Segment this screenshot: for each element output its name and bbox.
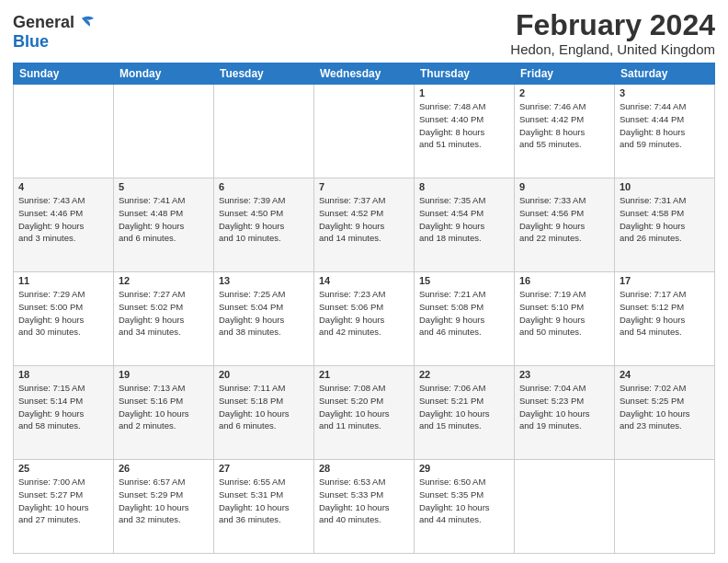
calendar-cell: 4Sunrise: 7:43 AM Sunset: 4:46 PM Daylig… (14, 178, 114, 272)
calendar-cell: 22Sunrise: 7:06 AM Sunset: 5:21 PM Dayli… (415, 366, 515, 460)
day-number: 18 (18, 369, 108, 380)
day-info: Sunrise: 7:39 AM Sunset: 4:50 PM Dayligh… (219, 194, 309, 245)
calendar-cell: 3Sunrise: 7:44 AM Sunset: 4:44 PM Daylig… (615, 85, 715, 178)
calendar-header-wednesday: Wednesday (314, 63, 415, 85)
day-info: Sunrise: 7:00 AM Sunset: 5:27 PM Dayligh… (18, 476, 108, 526)
day-info: Sunrise: 7:02 AM Sunset: 5:25 PM Dayligh… (620, 382, 710, 432)
calendar-header-saturday: Saturday (615, 63, 715, 85)
day-info: Sunrise: 7:15 AM Sunset: 5:14 PM Dayligh… (18, 382, 108, 432)
day-number: 21 (319, 369, 409, 380)
calendar-cell: 16Sunrise: 7:19 AM Sunset: 5:10 PM Dayli… (515, 272, 615, 366)
calendar-cell: 27Sunrise: 6:55 AM Sunset: 5:31 PM Dayli… (214, 460, 314, 554)
day-number: 3 (620, 87, 710, 98)
calendar-cell: 21Sunrise: 7:08 AM Sunset: 5:20 PM Dayli… (314, 366, 415, 460)
logo-blue: Blue (13, 32, 49, 51)
day-number: 11 (18, 275, 108, 286)
calendar-cell (14, 85, 114, 178)
header: General Blue February 2024 Hedon, Englan… (13, 9, 715, 57)
day-info: Sunrise: 7:11 AM Sunset: 5:18 PM Dayligh… (219, 382, 309, 432)
day-number: 2 (519, 87, 609, 98)
day-info: Sunrise: 6:53 AM Sunset: 5:33 PM Dayligh… (319, 476, 409, 526)
page: General Blue February 2024 Hedon, Englan… (0, 0, 728, 563)
calendar-cell: 15Sunrise: 7:21 AM Sunset: 5:08 PM Dayli… (415, 272, 515, 366)
day-number: 13 (219, 275, 309, 286)
calendar-cell: 25Sunrise: 7:00 AM Sunset: 5:27 PM Dayli… (14, 460, 114, 554)
day-info: Sunrise: 7:44 AM Sunset: 4:44 PM Dayligh… (620, 100, 710, 151)
day-info: Sunrise: 7:25 AM Sunset: 5:04 PM Dayligh… (219, 288, 309, 339)
calendar-header-friday: Friday (515, 63, 615, 85)
calendar-table: SundayMondayTuesdayWednesdayThursdayFrid… (13, 63, 715, 554)
day-number: 4 (18, 181, 108, 192)
day-info: Sunrise: 7:43 AM Sunset: 4:46 PM Dayligh… (18, 194, 108, 245)
day-number: 26 (119, 463, 209, 474)
day-number: 28 (319, 463, 409, 474)
day-info: Sunrise: 6:55 AM Sunset: 5:31 PM Dayligh… (219, 476, 309, 526)
calendar-cell: 23Sunrise: 7:04 AM Sunset: 5:23 PM Dayli… (515, 366, 615, 460)
day-number: 8 (419, 181, 509, 192)
day-number: 23 (519, 369, 609, 380)
calendar-cell: 28Sunrise: 6:53 AM Sunset: 5:33 PM Dayli… (314, 460, 415, 554)
day-info: Sunrise: 7:21 AM Sunset: 5:08 PM Dayligh… (419, 288, 509, 339)
day-number: 5 (119, 181, 209, 192)
calendar-cell: 17Sunrise: 7:17 AM Sunset: 5:12 PM Dayli… (615, 272, 715, 366)
day-number: 14 (319, 275, 409, 286)
day-info: Sunrise: 7:37 AM Sunset: 4:52 PM Dayligh… (319, 194, 409, 245)
day-number: 20 (219, 369, 309, 380)
title-block: February 2024 Hedon, England, United Kin… (510, 9, 715, 57)
calendar-cell (515, 460, 615, 554)
day-number: 17 (620, 275, 710, 286)
day-info: Sunrise: 6:57 AM Sunset: 5:29 PM Dayligh… (119, 476, 209, 526)
day-info: Sunrise: 7:48 AM Sunset: 4:40 PM Dayligh… (419, 100, 509, 151)
calendar-cell: 20Sunrise: 7:11 AM Sunset: 5:18 PM Dayli… (214, 366, 314, 460)
day-info: Sunrise: 6:50 AM Sunset: 5:35 PM Dayligh… (419, 476, 509, 526)
day-number: 12 (119, 275, 209, 286)
calendar-cell: 8Sunrise: 7:35 AM Sunset: 4:54 PM Daylig… (415, 178, 515, 272)
day-info: Sunrise: 7:06 AM Sunset: 5:21 PM Dayligh… (419, 382, 509, 432)
calendar-cell: 9Sunrise: 7:33 AM Sunset: 4:56 PM Daylig… (515, 178, 615, 272)
calendar-header-thursday: Thursday (415, 63, 515, 85)
calendar-cell: 6Sunrise: 7:39 AM Sunset: 4:50 PM Daylig… (214, 178, 314, 272)
day-number: 6 (219, 181, 309, 192)
day-number: 7 (319, 181, 409, 192)
day-info: Sunrise: 7:19 AM Sunset: 5:10 PM Dayligh… (519, 288, 609, 339)
day-number: 25 (18, 463, 108, 474)
day-number: 22 (419, 369, 509, 380)
day-number: 9 (519, 181, 609, 192)
calendar-week-4: 18Sunrise: 7:15 AM Sunset: 5:14 PM Dayli… (14, 366, 715, 460)
main-title: February 2024 (510, 9, 715, 41)
calendar-cell (314, 85, 415, 178)
day-info: Sunrise: 7:23 AM Sunset: 5:06 PM Dayligh… (319, 288, 409, 339)
calendar-cell: 18Sunrise: 7:15 AM Sunset: 5:14 PM Dayli… (14, 366, 114, 460)
day-info: Sunrise: 7:17 AM Sunset: 5:12 PM Dayligh… (620, 288, 710, 339)
calendar-cell: 12Sunrise: 7:27 AM Sunset: 5:02 PM Dayli… (114, 272, 214, 366)
day-number: 1 (419, 87, 509, 98)
day-info: Sunrise: 7:41 AM Sunset: 4:48 PM Dayligh… (119, 194, 209, 245)
calendar-cell (214, 85, 314, 178)
calendar-header-tuesday: Tuesday (214, 63, 314, 85)
day-number: 16 (519, 275, 609, 286)
calendar-header-row: SundayMondayTuesdayWednesdayThursdayFrid… (14, 63, 715, 85)
calendar-cell: 1Sunrise: 7:48 AM Sunset: 4:40 PM Daylig… (415, 85, 515, 178)
day-number: 10 (620, 181, 710, 192)
logo-bird-icon (76, 13, 97, 33)
day-number: 15 (419, 275, 509, 286)
day-info: Sunrise: 7:33 AM Sunset: 4:56 PM Dayligh… (519, 194, 609, 245)
calendar-week-1: 1Sunrise: 7:48 AM Sunset: 4:40 PM Daylig… (14, 85, 715, 178)
day-info: Sunrise: 7:08 AM Sunset: 5:20 PM Dayligh… (319, 382, 409, 432)
calendar-week-5: 25Sunrise: 7:00 AM Sunset: 5:27 PM Dayli… (14, 460, 715, 554)
calendar-cell: 5Sunrise: 7:41 AM Sunset: 4:48 PM Daylig… (114, 178, 214, 272)
calendar-cell: 2Sunrise: 7:46 AM Sunset: 4:42 PM Daylig… (515, 85, 615, 178)
calendar-cell: 10Sunrise: 7:31 AM Sunset: 4:58 PM Dayli… (615, 178, 715, 272)
calendar-cell: 14Sunrise: 7:23 AM Sunset: 5:06 PM Dayli… (314, 272, 415, 366)
day-info: Sunrise: 7:31 AM Sunset: 4:58 PM Dayligh… (620, 194, 710, 245)
day-number: 24 (620, 369, 710, 380)
day-info: Sunrise: 7:13 AM Sunset: 5:16 PM Dayligh… (119, 382, 209, 432)
day-number: 27 (219, 463, 309, 474)
calendar-cell (615, 460, 715, 554)
subtitle: Hedon, England, United Kingdom (510, 41, 715, 57)
calendar-week-2: 4Sunrise: 7:43 AM Sunset: 4:46 PM Daylig… (14, 178, 715, 272)
day-number: 29 (419, 463, 509, 474)
logo: General Blue (13, 13, 97, 52)
day-info: Sunrise: 7:29 AM Sunset: 5:00 PM Dayligh… (18, 288, 108, 339)
calendar-cell (114, 85, 214, 178)
